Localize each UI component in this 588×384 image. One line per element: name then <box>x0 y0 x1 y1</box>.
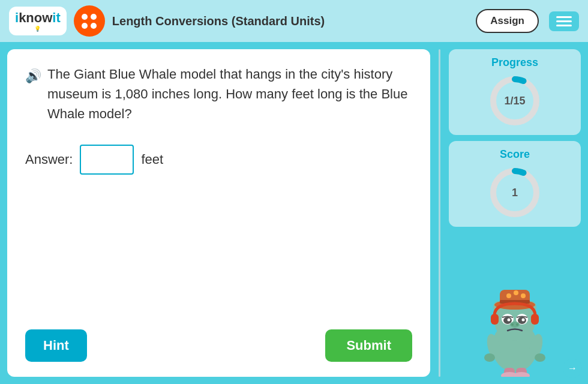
menu-bar-1 <box>556 16 572 18</box>
logo-know: know <box>19 10 52 25</box>
svg-point-22 <box>521 293 526 298</box>
app-header: iknowit 💡 Length Conversions (Standard U… <box>0 0 588 42</box>
question-text: 🔊 The Giant Blue Whale model that hangs … <box>25 64 412 124</box>
progress-label: Progress <box>491 56 538 69</box>
logo: iknowit 💡 <box>9 7 67 35</box>
mascot-character <box>473 275 557 377</box>
menu-bar-3 <box>556 25 572 26</box>
unit-label: feet <box>141 152 163 167</box>
score-section: Score 1 <box>449 141 581 227</box>
mascot-area <box>473 233 557 377</box>
svg-rect-31 <box>491 314 499 325</box>
progress-ring: 1/15 <box>488 74 542 128</box>
question-body: The Giant Blue Whale model that hangs in… <box>47 64 412 124</box>
svg-point-21 <box>514 290 518 295</box>
svg-point-30 <box>513 372 530 377</box>
dice-dot <box>91 14 97 20</box>
answer-label: Answer: <box>25 152 73 167</box>
assign-button[interactable]: Assign <box>476 9 539 33</box>
svg-point-10 <box>508 319 511 322</box>
progress-section: Progress 1/15 <box>449 49 581 135</box>
svg-point-13 <box>511 323 514 326</box>
hint-button[interactable]: Hint <box>25 329 87 362</box>
svg-point-11 <box>522 319 525 322</box>
vertical-divider <box>439 49 440 377</box>
menu-bar-2 <box>556 20 572 22</box>
menu-button[interactable] <box>549 11 579 31</box>
dice-icon <box>74 5 105 37</box>
submit-button[interactable]: Submit <box>325 329 412 362</box>
lesson-title: Length Conversions (Standard Units) <box>112 14 469 28</box>
score-ring: 1 <box>488 166 542 220</box>
question-panel: 🔊 The Giant Blue Whale model that hangs … <box>7 49 430 377</box>
svg-rect-32 <box>531 314 539 325</box>
svg-point-20 <box>506 293 511 298</box>
logo-it: it <box>52 10 60 25</box>
dice-dot <box>82 14 88 20</box>
dice-dot <box>91 23 97 29</box>
nav-arrow[interactable]: → <box>563 359 582 378</box>
dice-dot <box>82 23 88 29</box>
svg-point-14 <box>516 323 518 326</box>
logo-sub: 💡 <box>34 26 41 32</box>
score-label: Score <box>500 148 530 161</box>
answer-row: Answer: feet <box>25 145 412 175</box>
svg-point-25 <box>484 353 495 362</box>
right-panel: Progress 1/15 Score 1 <box>449 49 581 377</box>
score-value: 1 <box>512 187 518 199</box>
answer-input[interactable] <box>80 145 134 175</box>
main-content: 🔊 The Giant Blue Whale model that hangs … <box>0 42 588 384</box>
svg-point-26 <box>535 353 545 362</box>
sound-icon[interactable]: 🔊 <box>25 66 41 86</box>
progress-value: 1/15 <box>504 95 525 107</box>
bottom-buttons: Hint Submit <box>25 329 412 362</box>
